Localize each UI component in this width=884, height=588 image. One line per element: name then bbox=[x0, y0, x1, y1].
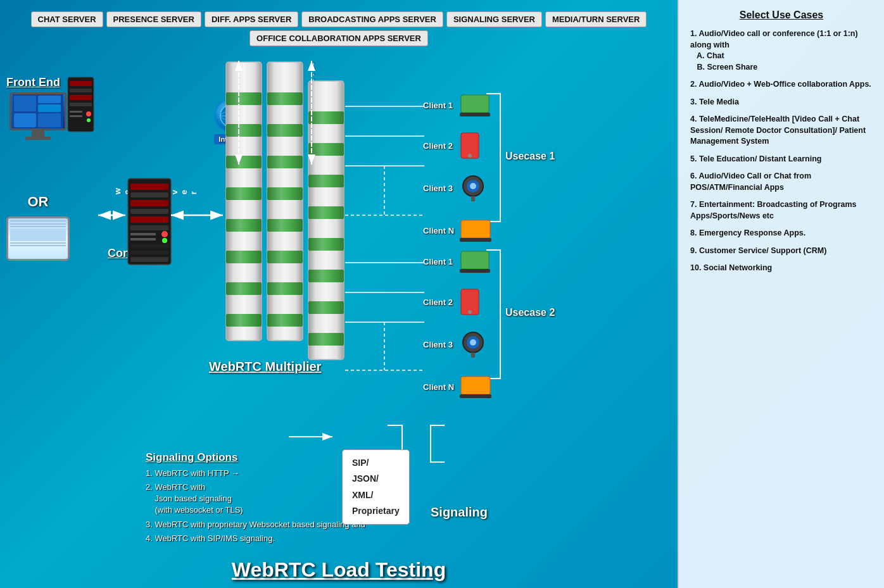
use-case-9-text: Customer Service/ Support (CRM) bbox=[699, 246, 826, 255]
svg-rect-50 bbox=[267, 282, 303, 295]
or-text: OR bbox=[6, 194, 70, 210]
sip-line3: XML/ bbox=[352, 487, 400, 503]
use-case-8-num: 8. bbox=[690, 228, 699, 237]
use-case-3[interactable]: 3. Tele Media bbox=[690, 97, 873, 108]
signaling-option-3: 3. WebRTC with proprietary Websocket bas… bbox=[146, 519, 500, 530]
svg-rect-18 bbox=[130, 200, 168, 206]
svg-rect-37 bbox=[226, 156, 262, 168]
use-case-9-num: 9. bbox=[690, 246, 699, 255]
svg-rect-27 bbox=[130, 251, 168, 254]
client3-row: Client 3 bbox=[423, 175, 491, 201]
client2-N-label: Client N bbox=[423, 382, 460, 392]
svg-rect-97 bbox=[471, 353, 475, 358]
client1-label: Client 1 bbox=[423, 101, 460, 110]
use-case-2-text: Audio/Video + Web-Office collaboration A… bbox=[698, 80, 871, 89]
svg-rect-51 bbox=[267, 314, 303, 327]
use-case-5[interactable]: 5. Tele Education/ Distant Learning bbox=[690, 154, 873, 165]
use-case-2-num: 2. bbox=[690, 80, 698, 89]
use-case-3-text: Tele Media bbox=[699, 97, 739, 106]
monitor bbox=[9, 92, 66, 130]
use-case-4-text: TeleMedicine/TeleHealth [Video Call + Ch… bbox=[690, 115, 866, 146]
use-case-1[interactable]: 1. Audio/Video call or conference (1:1 o… bbox=[690, 28, 873, 73]
svg-rect-14 bbox=[70, 115, 82, 117]
svg-point-22 bbox=[161, 231, 168, 237]
sip-line4: Proprietary bbox=[352, 503, 400, 519]
svg-rect-1 bbox=[14, 96, 36, 111]
svg-point-11 bbox=[86, 111, 91, 116]
use-case-4[interactable]: 4. TeleMedicine/TeleHealth [Video Call +… bbox=[690, 114, 873, 147]
tablet-screen bbox=[8, 218, 68, 259]
client2-N-device bbox=[460, 375, 491, 398]
client2-row: Client 2 bbox=[423, 132, 491, 160]
server-badges: CHAT SERVERPRESENCE SERVERDIFF. APPS SER… bbox=[6, 11, 671, 46]
server-badge: SIGNALING SERVER bbox=[446, 11, 542, 27]
server-badge: CHAT SERVER bbox=[31, 11, 103, 27]
use-case-6-num: 6. bbox=[690, 172, 698, 180]
client2-label: Client 2 bbox=[423, 141, 460, 151]
svg-rect-41 bbox=[226, 282, 262, 295]
client2-2-row: Client 2 bbox=[423, 288, 491, 316]
svg-rect-90 bbox=[461, 251, 489, 269]
svg-rect-46 bbox=[267, 156, 303, 168]
svg-rect-13 bbox=[70, 111, 82, 113]
use-case-3-num: 3. bbox=[690, 97, 699, 106]
svg-point-83 bbox=[468, 154, 472, 158]
clientN-row: Client N bbox=[423, 219, 491, 242]
right-panel: Select Use Cases 1. Audio/Video call or … bbox=[678, 0, 884, 588]
svg-rect-44 bbox=[267, 92, 303, 105]
use-case-8[interactable]: 8. Emergency Response Apps. bbox=[690, 228, 873, 239]
clients-group1: Client 1 Client 2 Client 3 bbox=[423, 94, 491, 242]
svg-rect-2 bbox=[38, 96, 61, 103]
use-case-10-text: Social Networking bbox=[704, 263, 772, 272]
svg-rect-81 bbox=[460, 113, 490, 116]
svg-rect-91 bbox=[460, 269, 490, 273]
svg-rect-9 bbox=[70, 95, 92, 100]
signaling-big-label: Signaling bbox=[431, 505, 488, 520]
client3-device bbox=[460, 175, 486, 201]
svg-rect-21 bbox=[130, 225, 168, 230]
use-case-2[interactable]: 2. Audio/Video + Web-Office collaboratio… bbox=[690, 79, 873, 91]
server-badge: BROADCASTING APPS SERVER bbox=[301, 11, 443, 27]
use-case-7-text: Entertainment: Broadcasting of Programs … bbox=[690, 200, 857, 220]
client2-2-device bbox=[460, 288, 480, 316]
use-case-6[interactable]: 6. Audio/Video Call or Chat from POS/ATM… bbox=[690, 171, 873, 193]
left-panel: CHAT SERVERPRESENCE SERVERDIFF. APPS SER… bbox=[0, 0, 678, 588]
monitor-screen bbox=[11, 94, 65, 128]
tablet-icon bbox=[6, 216, 70, 261]
client2-1-label: Client 1 bbox=[423, 257, 460, 266]
signaling-options-title: Signaling Options bbox=[146, 451, 500, 464]
svg-rect-55 bbox=[308, 175, 344, 187]
svg-point-86 bbox=[470, 183, 476, 189]
use-case-9[interactable]: 9. Customer Service/ Support (CRM) bbox=[690, 246, 873, 257]
svg-rect-54 bbox=[308, 143, 344, 156]
server-tower bbox=[127, 177, 171, 266]
svg-rect-20 bbox=[130, 216, 168, 223]
monitor-base bbox=[25, 137, 51, 140]
clientN-device bbox=[460, 219, 491, 242]
use-case-5-text: Tele Education/ Distant Learning bbox=[699, 154, 822, 163]
client1-row: Client 1 bbox=[423, 94, 491, 116]
signaling-option-1: 1. WebRTC with HTTP → bbox=[146, 468, 500, 479]
use-case-7-num: 7. bbox=[690, 200, 699, 209]
use-case-7[interactable]: 7. Entertainment: Broadcasting of Progra… bbox=[690, 199, 873, 222]
bottom-title: WebRTC Load Testing bbox=[232, 558, 446, 582]
server-badge: MEDIA/TURN SERVER bbox=[545, 11, 647, 27]
svg-rect-17 bbox=[130, 192, 168, 197]
svg-rect-80 bbox=[461, 95, 489, 113]
frontend-section: Front End bbox=[6, 76, 70, 261]
svg-rect-16 bbox=[130, 184, 168, 190]
use-case-8-text: Emergency Response Apps. bbox=[699, 228, 805, 237]
svg-rect-38 bbox=[226, 187, 262, 200]
use-case-10-num: 10. bbox=[690, 263, 704, 272]
frontend-label: Front End bbox=[6, 76, 70, 89]
use-case-10[interactable]: 10. Social Networking bbox=[690, 263, 873, 274]
svg-rect-4 bbox=[14, 113, 36, 127]
client2-3-device bbox=[460, 331, 486, 358]
server-badge: OFFICE COLLABORATION APPS SERVER bbox=[249, 30, 428, 46]
server-badge: DIFF. APPS SERVER bbox=[205, 11, 298, 27]
svg-rect-28 bbox=[130, 257, 168, 262]
svg-rect-7 bbox=[70, 81, 92, 86]
svg-rect-47 bbox=[267, 187, 303, 200]
client2-2-label: Client 2 bbox=[423, 297, 460, 307]
svg-rect-42 bbox=[226, 314, 262, 327]
